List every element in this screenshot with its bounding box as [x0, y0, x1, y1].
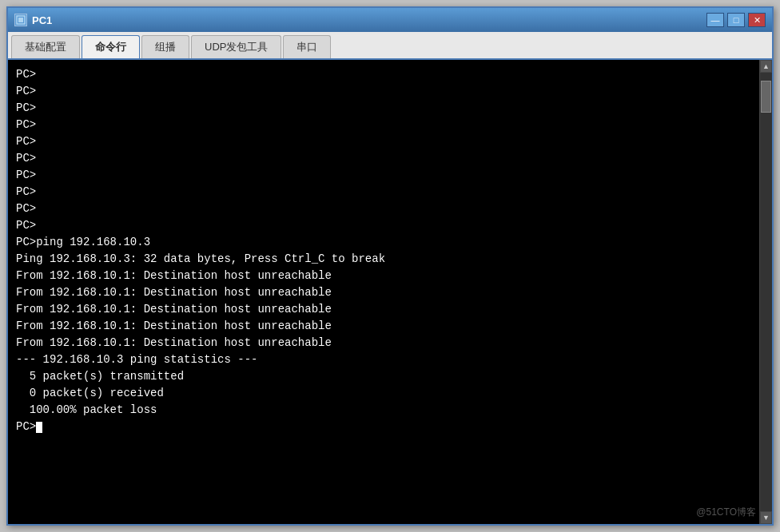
- tab-cmd[interactable]: 命令行: [82, 35, 140, 58]
- terminal-line: PC>: [16, 150, 751, 167]
- window-title: PC1: [32, 14, 52, 26]
- scroll-down-button[interactable]: ▼: [760, 511, 772, 524]
- main-window: PC1 — □ ✕ 基础配置 命令行 组播 UDP发包工具 串口 PC>PC>P…: [6, 6, 774, 526]
- terminal-cursor: [36, 422, 42, 433]
- terminal-line: PC>: [16, 83, 751, 100]
- scroll-thumb[interactable]: [761, 81, 771, 113]
- title-bar: PC1 — □ ✕: [8, 8, 772, 32]
- svg-rect-1: [18, 18, 23, 22]
- terminal-line: 100.00% packet loss: [16, 402, 751, 419]
- tab-multicast[interactable]: 组播: [141, 35, 189, 58]
- window-icon: [14, 14, 27, 26]
- terminal-line: --- 192.168.10.3 ping statistics ---: [16, 351, 751, 368]
- terminal-line: PC>: [16, 217, 751, 234]
- terminal-prompt: PC>: [16, 419, 751, 435]
- terminal-line: PC>: [16, 184, 751, 200]
- scroll-up-button[interactable]: ▲: [760, 60, 772, 73]
- terminal-line: 0 packet(s) received: [16, 385, 751, 402]
- terminal-line: PC>: [16, 100, 751, 117]
- terminal-output[interactable]: PC>PC>PC>PC>PC>PC>PC>PC>PC>PC>PC>ping 19…: [8, 60, 759, 524]
- terminal-line: PC>: [16, 200, 751, 217]
- terminal-line: PC>: [16, 167, 751, 184]
- tab-serial[interactable]: 串口: [283, 35, 331, 58]
- terminal-line: From 192.168.10.1: Destination host unre…: [16, 335, 751, 351]
- terminal-line: 5 packet(s) transmitted: [16, 368, 751, 385]
- close-button[interactable]: ✕: [748, 13, 766, 27]
- terminal-line: PC>ping 192.168.10.3: [16, 234, 751, 251]
- terminal-line: From 192.168.10.1: Destination host unre…: [16, 284, 751, 301]
- scrollbar[interactable]: ▲ ▼: [759, 60, 772, 524]
- scroll-track[interactable]: [760, 73, 772, 511]
- title-bar-left: PC1: [14, 14, 52, 26]
- terminal-line: PC>: [16, 66, 751, 83]
- watermark: @51CTO博客: [696, 506, 756, 519]
- terminal-line: Ping 192.168.10.3: 32 data bytes, Press …: [16, 251, 751, 268]
- tab-udp[interactable]: UDP发包工具: [191, 35, 281, 58]
- terminal-line: From 192.168.10.1: Destination host unre…: [16, 268, 751, 284]
- minimize-button[interactable]: —: [706, 13, 724, 27]
- tab-bar: 基础配置 命令行 组播 UDP发包工具 串口: [8, 32, 772, 60]
- title-bar-controls: — □ ✕: [706, 13, 766, 27]
- tab-basic[interactable]: 基础配置: [11, 35, 80, 58]
- terminal-line: PC>: [16, 117, 751, 133]
- terminal-line: PC>: [16, 133, 751, 150]
- terminal-line: From 192.168.10.1: Destination host unre…: [16, 318, 751, 335]
- terminal-line: From 192.168.10.1: Destination host unre…: [16, 301, 751, 318]
- maximize-button[interactable]: □: [727, 13, 745, 27]
- terminal-container: PC>PC>PC>PC>PC>PC>PC>PC>PC>PC>PC>ping 19…: [8, 60, 772, 524]
